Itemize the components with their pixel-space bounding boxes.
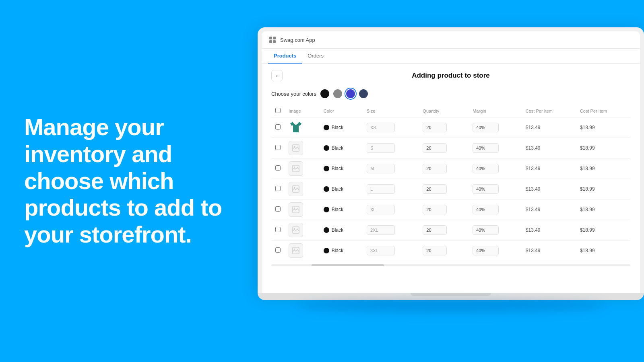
row-quantity-1 (419, 138, 469, 158)
quantity-input-0[interactable] (423, 123, 447, 132)
row-checkbox-3[interactable] (275, 186, 281, 191)
col-image: Image (285, 105, 320, 117)
quantity-input-2[interactable] (423, 164, 447, 173)
cost-text-0: $18.99 (580, 125, 595, 130)
svg-point-13 (294, 228, 295, 229)
row-color-5: Black (320, 220, 363, 241)
quantity-input-3[interactable] (423, 184, 447, 194)
laptop-frame: Swag.com App Products Orders ‹ Adding pr… (258, 27, 644, 362)
quantity-input-5[interactable] (423, 225, 447, 235)
row-size-3 (363, 179, 419, 200)
row-margin-4 (469, 200, 522, 220)
row-checkbox-0[interactable] (275, 124, 281, 130)
table-row: Black $13.49 $18.99 (271, 241, 630, 261)
row-checkbox-4[interactable] (275, 206, 281, 212)
table-header-row: Image Color Size Quantity Margin Cost Pe… (271, 105, 630, 117)
size-input-2[interactable] (367, 164, 395, 173)
table-row: Black $13.49 $18.99 (271, 158, 630, 179)
product-image-5 (289, 223, 303, 237)
margin-input-6[interactable] (473, 246, 499, 255)
row-margin-0 (469, 117, 522, 138)
row-cost-3: $18.99 (576, 179, 630, 200)
color-name-1: Black (332, 145, 343, 151)
select-all-checkbox[interactable] (275, 108, 281, 113)
row-quantity-0 (419, 117, 469, 138)
row-checkbox-cell-1 (271, 138, 285, 158)
margin-input-1[interactable] (473, 143, 499, 153)
color-dot-blue[interactable] (346, 89, 355, 98)
hero-text: Manage your inventory and choose which p… (24, 114, 225, 248)
row-cost-per-item-5: $13.49 (522, 220, 576, 241)
product-image-1 (289, 141, 303, 155)
margin-input-3[interactable] (473, 184, 499, 194)
row-size-0 (363, 117, 419, 138)
cost-text-5: $18.99 (580, 227, 595, 233)
margin-input-2[interactable] (473, 164, 499, 173)
row-checkbox-cell-3 (271, 179, 285, 200)
svg-rect-1 (273, 37, 276, 39)
row-size-5 (363, 220, 419, 241)
row-cost-0: $18.99 (576, 117, 630, 138)
svg-point-15 (294, 249, 295, 250)
size-input-3[interactable] (367, 184, 395, 194)
cost-per-item-text-6: $13.49 (526, 248, 541, 253)
row-size-1 (363, 138, 419, 158)
scrollbar-thumb[interactable] (312, 264, 384, 266)
color-dot-navy[interactable] (359, 89, 368, 98)
color-dot-gray[interactable] (333, 89, 342, 98)
quantity-input-4[interactable] (423, 205, 447, 214)
margin-input-4[interactable] (473, 205, 499, 214)
row-color-2: Black (320, 158, 363, 179)
col-checkbox (271, 105, 285, 117)
table-row: Black $13.49 $18.99 (271, 220, 630, 241)
color-swatch-0 (324, 125, 329, 130)
back-icon: ‹ (276, 72, 278, 79)
back-button[interactable]: ‹ (271, 70, 283, 81)
row-image-4 (285, 200, 320, 220)
row-cost-per-item-4: $13.49 (522, 200, 576, 220)
svg-point-11 (294, 208, 295, 209)
color-name-5: Black (332, 227, 343, 233)
row-checkbox-1[interactable] (275, 145, 281, 150)
cost-text-1: $18.99 (580, 145, 595, 151)
row-image-6 (285, 241, 320, 261)
size-input-1[interactable] (367, 143, 395, 153)
row-quantity-3 (419, 179, 469, 200)
page-title: Adding product to store (287, 72, 614, 80)
quantity-input-1[interactable] (423, 143, 447, 153)
svg-rect-3 (273, 40, 276, 43)
color-swatch-4 (324, 207, 329, 212)
size-input-0[interactable] (367, 123, 395, 132)
app-title: Swag.com App (280, 37, 315, 43)
cost-text-3: $18.99 (580, 186, 595, 192)
laptop-shadow (296, 300, 605, 312)
size-input-6[interactable] (367, 246, 395, 255)
row-checkbox-cell-5 (271, 220, 285, 241)
col-margin: Margin (469, 105, 522, 117)
color-swatch-2 (324, 166, 329, 171)
row-size-4 (363, 200, 419, 220)
row-cost-4: $18.99 (576, 200, 630, 220)
svg-point-9 (294, 187, 295, 188)
row-cost-5: $18.99 (576, 220, 630, 241)
color-dot-black[interactable] (320, 89, 329, 98)
row-cost-per-item-2: $13.49 (522, 158, 576, 179)
cost-per-item-text-1: $13.49 (526, 145, 541, 151)
row-checkbox-6[interactable] (275, 247, 281, 253)
quantity-input-6[interactable] (423, 246, 447, 255)
tab-orders[interactable]: Orders (302, 49, 329, 64)
cost-text-4: $18.99 (580, 207, 595, 212)
row-checkbox-5[interactable] (275, 227, 281, 232)
product-image-6 (289, 243, 303, 258)
margin-input-5[interactable] (473, 225, 499, 235)
laptop-screen: Swag.com App Products Orders ‹ Adding pr… (262, 31, 640, 293)
tab-products[interactable]: Products (268, 49, 302, 64)
row-checkbox-2[interactable] (275, 165, 281, 171)
app-nav: Products Orders (262, 49, 640, 64)
size-input-4[interactable] (367, 205, 395, 214)
cost-text-6: $18.99 (580, 248, 595, 253)
margin-input-0[interactable] (473, 123, 499, 132)
color-name-4: Black (332, 207, 343, 212)
size-input-5[interactable] (367, 225, 395, 235)
product-image-4 (289, 202, 303, 217)
